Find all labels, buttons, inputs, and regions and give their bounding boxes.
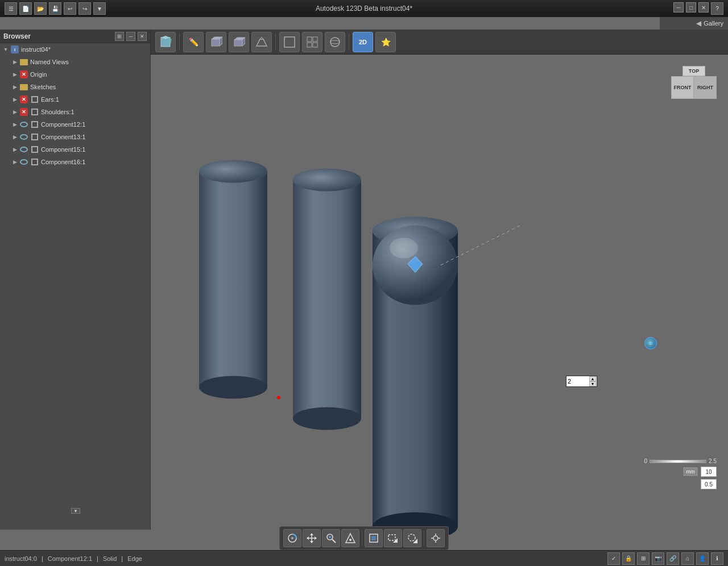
tree-component15[interactable]: ▶ Component15:1 (0, 143, 150, 156)
orbit-tool-button[interactable] (283, 529, 301, 547)
browser-icon-1[interactable]: ⊞ (115, 32, 124, 41)
status-checkmark-button[interactable]: ✓ (607, 552, 620, 565)
star-effect-button[interactable]: ⭐ (375, 32, 396, 52)
status-home-button[interactable]: ⌂ (681, 552, 694, 565)
svg-point-49 (408, 534, 415, 541)
main-toolbar: ✏️ (151, 30, 728, 55)
bottom-toolbar-sep2 (424, 530, 424, 546)
status-lock-button[interactable]: 🔒 (622, 552, 635, 565)
comp13-box-icon (30, 132, 39, 142)
tree-comp12-label: Component12:1 (41, 121, 85, 128)
view-cube-front[interactable]: FRONT (671, 76, 694, 99)
ruler-zoom-value[interactable]: 10 (701, 467, 717, 477)
gallery-bar[interactable]: ◀ Gallery (660, 17, 728, 30)
svg-marker-38 (315, 536, 317, 540)
tree-shoulders1-label: Shoulders:1 (41, 109, 75, 115)
single-view-button[interactable] (279, 32, 300, 52)
sphere-select-button[interactable] (403, 529, 421, 547)
view-cube[interactable]: TOP FRONT RIGHT (671, 66, 717, 111)
status-info-button[interactable]: ℹ (711, 552, 723, 565)
ruler-scale: 0 2.5 (643, 458, 717, 464)
help-button[interactable]: ? (711, 2, 723, 15)
ruler-value-0: 0 (644, 458, 648, 464)
window-close-button[interactable]: ✕ (698, 2, 709, 13)
comp12-eye-icon (19, 120, 28, 129)
window-maximize-button[interactable]: □ (686, 2, 696, 13)
tree-ears1[interactable]: ▶ ✕ Ears:1 (0, 93, 150, 106)
ruler: 0 2.5 mm 10 0.5 (643, 458, 717, 489)
svg-point-51 (433, 536, 438, 540)
tree-component12[interactable]: ▶ Component12:1 (0, 118, 150, 131)
svg-point-29 (390, 238, 418, 259)
browser-header-icons: ⊞ ─ ✕ (115, 32, 147, 41)
ruler-scale-value[interactable]: 0.5 (701, 479, 717, 489)
status-camera-button[interactable]: 📷 (652, 552, 664, 565)
svg-rect-6 (234, 40, 242, 46)
tree-arrow-root: ▼ (2, 46, 9, 53)
app-title: Autodesk 123D Beta instruct04* (316, 5, 412, 13)
snap-fit-button[interactable] (365, 529, 383, 547)
new-button[interactable]: 📄 (19, 2, 32, 15)
browser-collapse-button[interactable]: ▼ (71, 508, 80, 514)
spinner-down-button[interactable]: ▼ (589, 381, 596, 386)
more-button[interactable]: ▼ (93, 2, 106, 15)
status-file: instruct04:0 (5, 555, 37, 562)
browser-close-button[interactable]: ✕ (138, 32, 147, 41)
pan-tool-button[interactable] (303, 529, 321, 547)
save-button[interactable]: 💾 (49, 2, 61, 15)
isometric-view-button[interactable] (229, 32, 249, 52)
tree-arrow-ears1: ▶ (11, 96, 18, 103)
home-view-button[interactable] (155, 32, 176, 52)
svg-point-17 (330, 38, 340, 47)
tree-component13[interactable]: ▶ Component13:1 (0, 131, 150, 143)
gallery-label: Gallery (704, 20, 723, 27)
tree-origin[interactable]: ▶ ✕ Origin (0, 68, 150, 81)
box-view-button[interactable] (206, 32, 226, 52)
tree-root[interactable]: ▼ i instruct04* (0, 43, 150, 56)
menu-button[interactable]: ☰ (5, 2, 17, 15)
quad-view-button[interactable] (302, 32, 322, 52)
value-spinner[interactable]: ▲ ▼ (589, 376, 596, 386)
tree-component16[interactable]: ▶ Component16:1 (0, 156, 150, 168)
zoom-region-tool-button[interactable] (322, 529, 340, 547)
view-cube-top[interactable]: TOP (682, 66, 705, 76)
tree-sketches[interactable]: ▶ Sketches (0, 81, 150, 93)
tree-arrow-comp13: ▶ (11, 134, 18, 140)
undo-button[interactable]: ↩ (64, 2, 76, 15)
ears1-icon: ✕ (19, 95, 28, 104)
svg-point-18 (330, 40, 340, 44)
svg-marker-43 (346, 534, 355, 543)
window-controls: ─ □ ✕ ? (673, 2, 723, 15)
value-input-field[interactable] (566, 376, 589, 386)
open-button[interactable]: 📂 (34, 2, 47, 15)
view-cube-right[interactable]: RIGHT (694, 76, 717, 99)
status-person-button[interactable]: 👤 (696, 552, 709, 565)
3d-viewport[interactable]: ▲ ▼ ⊕ TOP FRONT RIGHT 0 2.5 mm 10 0.5 (151, 55, 728, 535)
rectangle-select-button[interactable] (384, 529, 402, 547)
status-grid-button[interactable]: ⊞ (637, 552, 650, 565)
2d-toggle-button[interactable]: 2D (353, 32, 373, 52)
title-left-controls: ☰ 📄 📂 💾 ↩ ↪ ▼ (5, 2, 106, 15)
ears1-box-icon (30, 95, 39, 104)
pencil-tool-button[interactable]: ✏️ (183, 32, 204, 52)
spinner-up-button[interactable]: ▲ (589, 376, 596, 381)
settings-tool-button[interactable] (427, 529, 445, 547)
shoulders1-box-icon (30, 107, 39, 116)
perspective-view-button[interactable] (251, 32, 272, 52)
browser-title: Browser (3, 32, 31, 40)
toolbar-sep-2 (275, 34, 276, 51)
window-minimize-button[interactable]: ─ (673, 2, 684, 13)
ruler-bar (650, 460, 706, 463)
value-input-box[interactable]: ▲ ▼ (566, 376, 597, 387)
browser-icon-2[interactable]: ─ (126, 32, 135, 41)
ruler-unit-label[interactable]: mm (682, 467, 698, 477)
look-tool-button[interactable] (341, 529, 359, 547)
redo-button[interactable]: ↪ (78, 2, 91, 15)
status-link-button[interactable]: 🔗 (667, 552, 679, 565)
sketches-icon (19, 82, 28, 91)
tree-shoulders1[interactable]: ▶ ✕ Shoulders:1 (0, 106, 150, 118)
sphere-view-button[interactable] (325, 32, 345, 52)
svg-point-32 (277, 396, 280, 399)
tree-named-views[interactable]: ▶ Named Views (0, 56, 150, 68)
drag-handle[interactable]: ⊕ (644, 337, 657, 349)
